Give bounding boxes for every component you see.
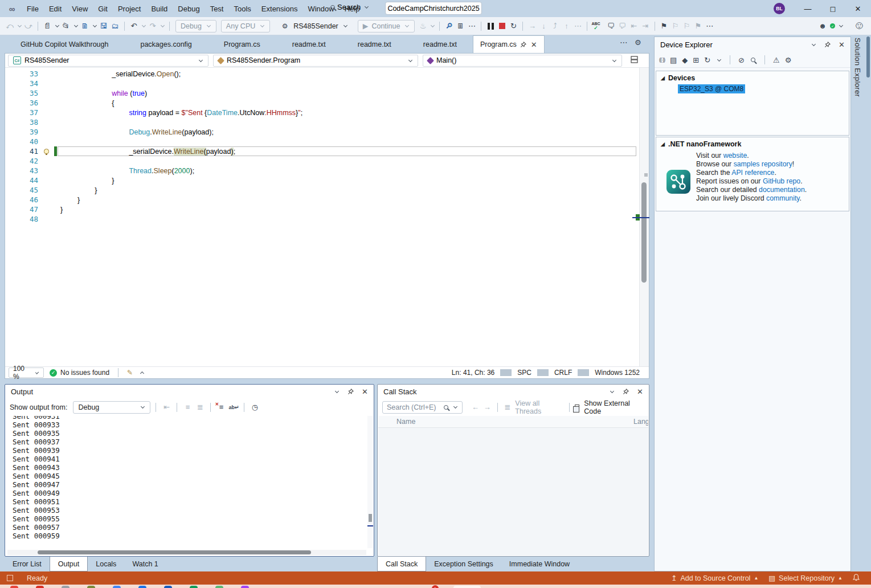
- code-line-36[interactable]: 36 {: [5, 98, 639, 108]
- menu-file[interactable]: File: [22, 2, 44, 15]
- encoding-mode[interactable]: Windows 1252: [589, 369, 645, 377]
- account-avatar[interactable]: BL: [774, 3, 785, 14]
- bottom-tab-watch-1[interactable]: Watch 1: [124, 557, 166, 571]
- window-frame-chevron-icon[interactable]: [610, 389, 614, 393]
- link-documentation[interactable]: documentation: [759, 186, 805, 194]
- editor-settings-gear-icon[interactable]: ⚙: [635, 38, 641, 47]
- type-dropdown[interactable]: RS485Sender.Program: [213, 55, 418, 67]
- forward-icon[interactable]: →: [482, 402, 492, 413]
- step-into-icon[interactable]: →: [527, 21, 537, 31]
- code-cleanup-icon[interactable]: ✎: [127, 369, 133, 377]
- add-item-icon[interactable]: 🗎︎: [80, 21, 90, 31]
- link-samples-repository[interactable]: samples repository: [734, 160, 792, 168]
- bottom-tab-output[interactable]: Output: [50, 557, 88, 571]
- code-line-35[interactable]: 35 while (true): [5, 88, 639, 98]
- code-line-48[interactable]: 48: [5, 214, 639, 224]
- hot-reload-chevron-icon[interactable]: [431, 23, 435, 27]
- editor-scrollbar-thumb[interactable]: [641, 182, 647, 283]
- tab-github-copilot-walkthrough[interactable]: GitHub Copilot Walkthrough: [5, 35, 124, 53]
- timestamp-clock-icon[interactable]: ◷: [250, 402, 260, 413]
- menu-debug[interactable]: Debug: [173, 2, 205, 15]
- code-line-40[interactable]: 40: [5, 137, 639, 146]
- menu-project[interactable]: Project: [113, 2, 146, 15]
- find-in-files-icon[interactable]: 🔎︎: [444, 21, 454, 31]
- background-tasks-icon[interactable]: [7, 575, 13, 581]
- member-dropdown[interactable]: Main(): [423, 55, 622, 67]
- taskbar-app-icon[interactable]: [36, 586, 44, 588]
- close-button[interactable]: ✕: [845, 0, 870, 17]
- search-button[interactable]: Search: [330, 3, 369, 11]
- edit-overflow-icon[interactable]: ⋯: [705, 21, 715, 31]
- quick-actions-lightbulb-icon[interactable]: [44, 149, 49, 154]
- tab-close-icon[interactable]: ✕: [531, 40, 537, 49]
- notifications-bell-icon[interactable]: [853, 574, 860, 583]
- back-chevron-icon[interactable]: [18, 23, 22, 27]
- add-to-source-control-button[interactable]: ↥ Add to Source Control ▲: [671, 574, 758, 582]
- device-item-esp32[interactable]: ESP32_S3 @ COM8: [678, 84, 745, 93]
- output-source-select[interactable]: Debug: [73, 401, 150, 414]
- show-external-code-button[interactable]: Show External Code: [575, 399, 644, 415]
- new-file-icon[interactable]: 📄︎: [42, 21, 52, 31]
- restart-icon[interactable]: ↻: [508, 21, 518, 31]
- close-panel-icon[interactable]: ✕: [839, 40, 845, 49]
- window-frame-chevron-icon[interactable]: [335, 389, 339, 393]
- stop-debugging-icon[interactable]: [497, 21, 507, 31]
- save-icon[interactable]: 🖫︎: [99, 21, 109, 31]
- devices-section-header[interactable]: ◢ Devices: [656, 71, 849, 83]
- warning-icon[interactable]: ⚠: [773, 56, 780, 64]
- step-out-icon[interactable]: ⤴: [550, 21, 560, 31]
- bottom-tab-locals[interactable]: Locals: [88, 557, 124, 571]
- debug-overflow-icon[interactable]: ⋯: [573, 21, 583, 31]
- view-all-threads-button[interactable]: ≣ View all Threads: [503, 399, 564, 415]
- code-line-44[interactable]: 44 }: [5, 175, 639, 185]
- code-line-38[interactable]: 38: [5, 117, 639, 127]
- tab-readme-txt[interactable]: readme.txt: [276, 35, 342, 53]
- zoom-select[interactable]: 100 %: [9, 368, 44, 378]
- hot-reload-icon[interactable]: ♨: [418, 21, 428, 31]
- select-repository-button[interactable]: ▤ Select Repository ▲: [768, 574, 843, 582]
- spell-check-icon[interactable]: ABC✓: [591, 22, 600, 31]
- callstack-search-input[interactable]: Search (Ctrl+E): [382, 401, 463, 414]
- menu-extensions[interactable]: Extensions: [256, 2, 303, 15]
- step-up-icon[interactable]: ↑: [561, 21, 571, 31]
- ping-device-icon[interactable]: ((·)): [659, 57, 665, 63]
- close-panel-icon[interactable]: ✕: [362, 387, 368, 396]
- menu-edit[interactable]: Edit: [44, 2, 67, 15]
- code-line-33[interactable]: 33 _serialDevice.Open();: [5, 69, 639, 79]
- bottom-tab-exception-settings[interactable]: Exception Settings: [426, 557, 501, 571]
- decrease-indent-icon[interactable]: ⇤: [629, 21, 639, 31]
- platform-select[interactable]: Any CPU: [221, 20, 270, 32]
- menu-git[interactable]: Git: [93, 2, 113, 15]
- issues-indicator[interactable]: ✓ No issues found: [50, 369, 109, 377]
- taskbar-app-icon[interactable]: [87, 586, 95, 588]
- redo-chevron-icon[interactable]: [161, 23, 165, 27]
- rescan-chevron-icon[interactable]: [717, 57, 721, 61]
- configuration-select[interactable]: Debug: [175, 20, 216, 32]
- close-panel-icon[interactable]: ✕: [637, 387, 643, 396]
- undo-icon[interactable]: ↶: [129, 21, 139, 31]
- step-over-icon[interactable]: ↓: [538, 21, 549, 31]
- disable-device-watchers-icon[interactable]: ⊘: [738, 56, 745, 64]
- rescan-devices-icon[interactable]: ↻: [704, 56, 710, 64]
- break-all-icon[interactable]: [485, 21, 496, 31]
- link-community[interactable]: community: [766, 194, 800, 202]
- pin-icon[interactable]: [623, 389, 629, 395]
- side-scrollbar-thumb[interactable]: [866, 36, 870, 77]
- pin-icon[interactable]: [824, 42, 831, 48]
- code-line-37[interactable]: 37 string payload = $"Sent {DateTime.Utc…: [5, 108, 639, 117]
- new-file-chevron-icon[interactable]: [55, 23, 59, 27]
- jump-to-first-icon[interactable]: ⇤: [161, 402, 171, 413]
- menu-build[interactable]: Build: [146, 2, 173, 15]
- link-github-repo[interactable]: GitHub repo: [763, 177, 800, 185]
- code-cleanup-chevron-icon[interactable]: [140, 371, 144, 375]
- tab-program-cs[interactable]: Program.cs✕: [473, 35, 545, 53]
- taskbar-app-icon[interactable]: [62, 586, 69, 588]
- line-ending-mode[interactable]: CRLF: [549, 369, 578, 377]
- maximize-button[interactable]: ◻: [820, 0, 845, 17]
- taskbar-active-app[interactable]: [453, 586, 481, 588]
- menu-tools[interactable]: Tools: [228, 2, 256, 15]
- output-panel-header[interactable]: Output ✕: [5, 385, 374, 399]
- erase-device-icon[interactable]: ◆: [682, 56, 688, 64]
- file-outline-icon[interactable]: 🗏︎: [455, 21, 465, 31]
- window-frame-chevron-icon[interactable]: [812, 42, 816, 46]
